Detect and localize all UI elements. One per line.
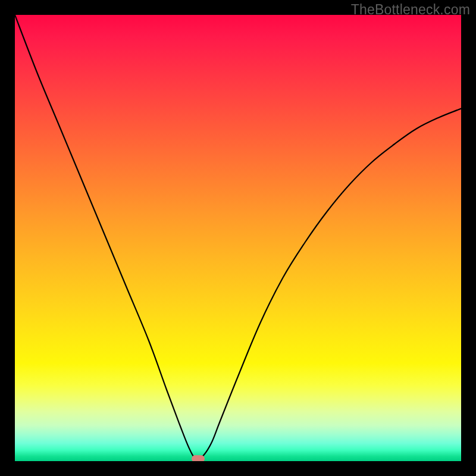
optimum-marker bbox=[192, 455, 205, 461]
bottleneck-curve bbox=[15, 15, 461, 460]
chart-frame: TheBottleneck.com bbox=[0, 0, 476, 476]
watermark-label: TheBottleneck.com bbox=[351, 2, 470, 18]
curve-layer bbox=[15, 15, 461, 461]
plot-area bbox=[15, 15, 461, 461]
